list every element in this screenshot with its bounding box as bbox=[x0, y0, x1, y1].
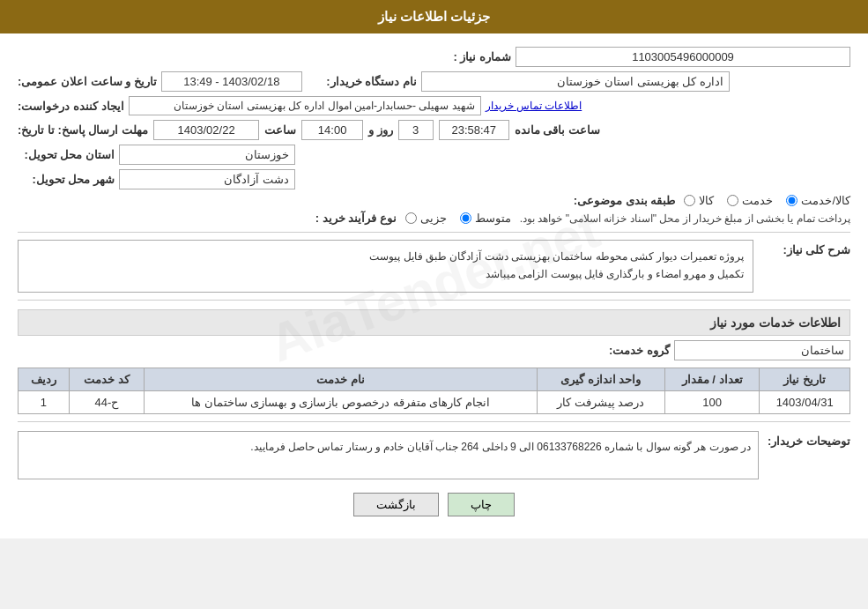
buttons-row: چاپ بازگشت bbox=[18, 493, 850, 516]
cell-date: 1403/04/31 bbox=[760, 391, 850, 414]
contact-link[interactable]: اطلاعات تماس خریدار bbox=[486, 100, 582, 112]
purchase-type-medium[interactable]: متوسط bbox=[460, 212, 511, 225]
divider-3 bbox=[18, 421, 850, 422]
purchase-type-note: پرداخت تمام یا بخشی از مبلغ خریدار از مح… bbox=[520, 212, 850, 225]
category-option-kala[interactable]: کالا bbox=[684, 194, 714, 207]
response-remaining-value: 23:58:47 bbox=[439, 120, 509, 140]
col-date: تاریخ نیاز bbox=[760, 368, 850, 391]
response-days-label: روز و bbox=[368, 123, 393, 137]
category-radio-group: کالا/خدمت خدمت کالا bbox=[684, 194, 850, 207]
col-unit: واحد اندازه گیری bbox=[537, 368, 664, 391]
announce-datetime-label: تاریخ و ساعت اعلان عمومی: bbox=[18, 75, 157, 88]
services-section: اطلاعات خدمات مورد نیاز گروه خدمت: ساختم… bbox=[18, 309, 850, 414]
city-label: شهر محل تحویل: bbox=[18, 173, 115, 186]
cell-row: 1 bbox=[19, 391, 70, 414]
purchase-type-row: نوع فرآیند خرید : متوسط جزیی پرداخت تمام… bbox=[18, 212, 850, 225]
content-area: AiaTender.net شماره نیاز : 1103005496000… bbox=[0, 33, 868, 538]
services-header: اطلاعات خدمات مورد نیاز bbox=[18, 309, 850, 336]
need-number-label: شماره نیاز : bbox=[414, 50, 511, 63]
services-table: تاریخ نیاز تعداد / مقدار واحد اندازه گیر… bbox=[18, 368, 850, 414]
announce-datetime-value: 1403/02/18 - 13:49 bbox=[161, 71, 302, 92]
province-row: استان محل تحویل: خوزستان bbox=[18, 145, 850, 165]
col-row: ردیف bbox=[19, 368, 70, 391]
print-button[interactable]: چاپ bbox=[448, 493, 515, 516]
response-days-value: 3 bbox=[398, 120, 434, 140]
need-number-value: 1103005496000009 bbox=[516, 47, 850, 67]
response-time-label: ساعت bbox=[264, 123, 296, 137]
buyer-org-value: اداره کل بهزیستی استان خوزستان bbox=[421, 71, 730, 92]
creator-value: شهید سهیلی -حسابدار-امین اموال اداره کل … bbox=[129, 96, 481, 115]
category-option-kala-khadamat[interactable]: کالا/خدمت bbox=[786, 194, 850, 207]
buyer-notes-label: توضیحات خریدار: bbox=[768, 431, 850, 448]
back-button[interactable]: بازگشت bbox=[353, 493, 439, 516]
buyer-org-row: نام دستگاه خریدار: اداره کل بهزیستی استا… bbox=[18, 71, 850, 92]
col-code: کد خدمت bbox=[69, 368, 145, 391]
response-time-value: 14:00 bbox=[301, 120, 363, 140]
service-group-value: ساختمان bbox=[674, 340, 850, 360]
table-row: 1403/04/31 100 درصد پیشرفت کار انجام کار… bbox=[19, 391, 850, 414]
cell-code: ح-44 bbox=[69, 391, 145, 414]
city-row: شهر محل تحویل: دشت آزادگان bbox=[18, 169, 850, 189]
category-label: طبقه بندی موضوعی: bbox=[574, 194, 676, 207]
category-row: طبقه بندی موضوعی: کالا/خدمت خدمت کالا bbox=[18, 194, 850, 207]
divider-2 bbox=[18, 300, 850, 301]
creator-row: ایجاد کننده درخواست: شهید سهیلی -حسابدار… bbox=[18, 96, 850, 115]
cell-name: انجام کارهای متفرقه درخصوص بازسازی و بهس… bbox=[145, 391, 537, 414]
buyer-notes-value: در صورت هر گونه سوال با شماره 0613376822… bbox=[18, 431, 759, 479]
cell-qty: 100 bbox=[664, 391, 759, 414]
need-number-row: شماره نیاز : 1103005496000009 bbox=[18, 47, 850, 67]
purchase-type-radio-group: متوسط جزیی bbox=[405, 212, 511, 225]
province-label: استان محل تحویل: bbox=[18, 148, 115, 161]
buyer-notes-section: توضیحات خریدار: در صورت هر گونه سوال با … bbox=[18, 431, 850, 479]
deadline-row: مهلت ارسال پاسخ: تا تاریخ: 1403/02/22 سا… bbox=[18, 120, 850, 140]
page-container: جزئیات اطلاعات نیاز AiaTender.net شماره … bbox=[0, 0, 868, 538]
divider-1 bbox=[18, 232, 850, 233]
description-row: شرح کلی نیاز: پروژه تعمیرات دیوار کشی مح… bbox=[18, 240, 850, 293]
page-header: جزئیات اطلاعات نیاز bbox=[0, 0, 868, 33]
response-deadline-label: مهلت ارسال پاسخ: تا تاریخ: bbox=[18, 123, 148, 137]
col-name: نام خدمت bbox=[145, 368, 537, 391]
buyer-org-label: نام دستگاه خریدار: bbox=[320, 75, 417, 88]
service-group-row: گروه خدمت: ساختمان bbox=[18, 340, 850, 360]
city-value: دشت آزادگان bbox=[119, 169, 295, 189]
purchase-type-small[interactable]: جزیی bbox=[405, 212, 447, 225]
response-remaining-label: ساعت باقی مانده bbox=[515, 123, 600, 137]
purchase-type-label: نوع فرآیند خرید : bbox=[300, 212, 397, 225]
response-date-value: 1403/02/22 bbox=[153, 120, 259, 140]
description-value: پروژه تعمیرات دیوار کشی محوطه ساختمان به… bbox=[18, 240, 753, 293]
description-label: شرح کلی نیاز: bbox=[753, 240, 850, 256]
col-qty: تعداد / مقدار bbox=[664, 368, 759, 391]
service-group-label: گروه خدمت: bbox=[573, 344, 670, 357]
page-title: جزئیات اطلاعات نیاز bbox=[378, 9, 490, 24]
cell-unit: درصد پیشرفت کار bbox=[537, 391, 664, 414]
category-option-khadamat[interactable]: خدمت bbox=[727, 194, 773, 207]
province-value: خوزستان bbox=[119, 145, 295, 165]
creator-label: ایجاد کننده درخواست: bbox=[18, 100, 124, 113]
